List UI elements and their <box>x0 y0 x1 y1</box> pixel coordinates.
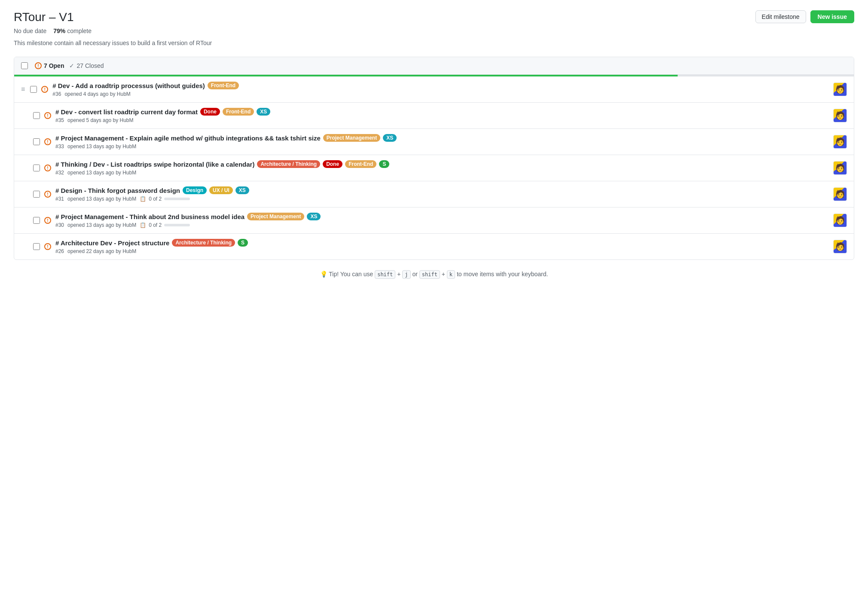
label: XS <box>235 186 249 194</box>
open-icon: ! <box>35 62 42 69</box>
issue-row: ! # Architecture Dev - Project structure… <box>14 234 854 259</box>
issue-title[interactable]: # Dev - Add a roadtrip processus (withou… <box>52 82 205 89</box>
issue-checkbox[interactable] <box>33 138 40 145</box>
issue-content: # Thinking / Dev - List roadtrips swipe … <box>55 160 829 176</box>
issues-list: ≡ ! # Dev - Add a roadtrip processus (wi… <box>14 76 854 259</box>
subtask-progress: 📋 0 of 2 <box>140 196 190 202</box>
subtask-bar <box>164 198 190 200</box>
issue-number: #35 <box>55 117 64 123</box>
issue-title-row: # Architecture Dev - Project structure A… <box>55 239 829 247</box>
page-header: RTour – V1 Edit milestone New issue <box>14 10 854 24</box>
avatar-image: 🧑 <box>834 240 847 253</box>
issue-opened: opened 22 days ago by HubM <box>67 248 136 254</box>
issue-opened: opened 13 days ago by HubM <box>67 143 136 149</box>
issues-container: ! 7 Open ✓ 27 Closed ≡ ! # Dev - Add a r… <box>14 57 854 260</box>
issue-title[interactable]: # Dev - convert list roadtrip current da… <box>55 108 198 116</box>
avatar: 🧑 <box>833 135 847 149</box>
new-issue-button[interactable]: New issue <box>810 10 854 23</box>
avatar: 🧑 <box>833 109 847 122</box>
issue-title[interactable]: # Project Management - Explain agile met… <box>55 134 321 142</box>
label: Project Management <box>323 134 380 142</box>
label: Project Management <box>247 213 304 220</box>
label: S <box>379 160 389 168</box>
avatar-image: 🧑 <box>834 162 847 174</box>
issue-checkbox[interactable] <box>33 243 40 250</box>
due-date: No due date <box>14 27 46 34</box>
issue-row: ≡ ! # Dev - Add a roadtrip processus (wi… <box>14 76 854 103</box>
label: Architecture / Thinking <box>257 160 320 168</box>
avatar: 🧑 <box>833 214 847 227</box>
issue-content: # Dev - Add a roadtrip processus (withou… <box>52 82 829 97</box>
label: S <box>238 239 248 247</box>
label: Design <box>183 186 207 194</box>
label: UX / UI <box>209 186 233 194</box>
edit-milestone-button[interactable]: Edit milestone <box>755 10 806 23</box>
issue-open-icon: ! <box>44 217 51 224</box>
issue-title-row: # Dev - Add a roadtrip processus (withou… <box>52 82 829 89</box>
kbd-shift-2: shift <box>419 270 440 279</box>
issue-checkbox[interactable] <box>30 86 37 93</box>
issue-title-row: # Project Management - Explain agile met… <box>55 134 829 142</box>
issue-meta: #32 opened 13 days ago by HubM <box>55 170 829 176</box>
issue-checkbox[interactable] <box>33 165 40 171</box>
issue-checkbox[interactable] <box>33 112 40 119</box>
issue-title[interactable]: # Project Management - Think about 2nd b… <box>55 213 245 220</box>
issue-title[interactable]: # Design - Think forgot password design <box>55 187 180 194</box>
issue-open-icon: ! <box>44 191 51 198</box>
page-title: RTour – V1 <box>14 10 74 24</box>
issue-checkbox[interactable] <box>33 217 40 224</box>
closed-count[interactable]: ✓ 27 Closed <box>69 62 104 69</box>
issue-content: # Design - Think forgot password design … <box>55 186 829 202</box>
avatar-image: 🧑 <box>834 188 847 201</box>
avatar-image: 🧑 <box>834 83 847 96</box>
label: Front-End <box>223 108 254 116</box>
issue-content: # Dev - convert list roadtrip current da… <box>55 108 829 123</box>
issue-opened: opened 13 days ago by HubM <box>67 170 136 176</box>
label: Done <box>200 108 220 116</box>
issue-meta: #26 opened 22 days ago by HubM <box>55 248 829 254</box>
kbd-k: k <box>447 270 455 279</box>
issue-title-row: # Project Management - Think about 2nd b… <box>55 213 829 220</box>
issue-meta: #36 opened 4 days ago by HubM <box>52 91 829 97</box>
label: Front-End <box>345 160 376 168</box>
tip-row: 💡 Tip! You can use shift + j or shift + … <box>14 270 854 279</box>
issue-number: #36 <box>52 91 61 97</box>
issue-meta: #30 opened 13 days ago by HubM 📋 0 of 2 <box>55 222 829 228</box>
issue-opened: opened 13 days ago by HubM <box>67 222 136 228</box>
issue-number: #26 <box>55 248 64 254</box>
issue-row: ! # Project Management - Explain agile m… <box>14 129 854 155</box>
issue-number: #31 <box>55 196 64 202</box>
issue-opened: opened 5 days ago by HubM <box>67 117 133 123</box>
issue-number: #30 <box>55 222 64 228</box>
issue-title-row: # Thinking / Dev - List roadtrips swipe … <box>55 160 829 168</box>
issue-checkbox[interactable] <box>33 191 40 198</box>
issue-title-row: # Dev - convert list roadtrip current da… <box>55 108 829 116</box>
issue-content: # Project Management - Explain agile met… <box>55 134 829 149</box>
issue-open-icon: ! <box>44 165 51 171</box>
issue-meta: #33 opened 13 days ago by HubM <box>55 143 829 149</box>
issue-open-icon: ! <box>44 112 51 119</box>
issue-content: # Project Management - Think about 2nd b… <box>55 213 829 228</box>
check-icon: ✓ <box>69 62 74 69</box>
header-actions: Edit milestone New issue <box>755 10 854 23</box>
subtask-progress: 📋 0 of 2 <box>140 222 190 228</box>
issue-number: #33 <box>55 143 64 149</box>
label: Front-End <box>208 82 239 89</box>
issue-row: ! # Project Management - Think about 2nd… <box>14 207 854 234</box>
select-all-checkbox[interactable] <box>21 62 28 69</box>
issues-header-left: ! 7 Open ✓ 27 Closed <box>35 62 104 69</box>
label: Architecture / Thinking <box>172 239 235 247</box>
issue-content: # Architecture Dev - Project structure A… <box>55 239 829 254</box>
issues-header: ! 7 Open ✓ 27 Closed <box>14 57 854 75</box>
issue-title[interactable]: # Thinking / Dev - List roadtrips swipe … <box>55 161 254 168</box>
kbd-shift-1: shift <box>375 270 395 279</box>
open-count[interactable]: ! 7 Open <box>35 62 64 69</box>
issue-row: ! # Dev - convert list roadtrip current … <box>14 103 854 129</box>
complete-percent: 79% complete <box>53 27 92 34</box>
issue-open-icon: ! <box>44 243 51 250</box>
avatar-image: 🧑 <box>834 109 847 122</box>
avatar: 🧑 <box>833 187 847 201</box>
drag-handle[interactable]: ≡ <box>21 85 25 93</box>
issue-title[interactable]: # Architecture Dev - Project structure <box>55 239 169 247</box>
subtask-text: 0 of 2 <box>149 196 162 202</box>
